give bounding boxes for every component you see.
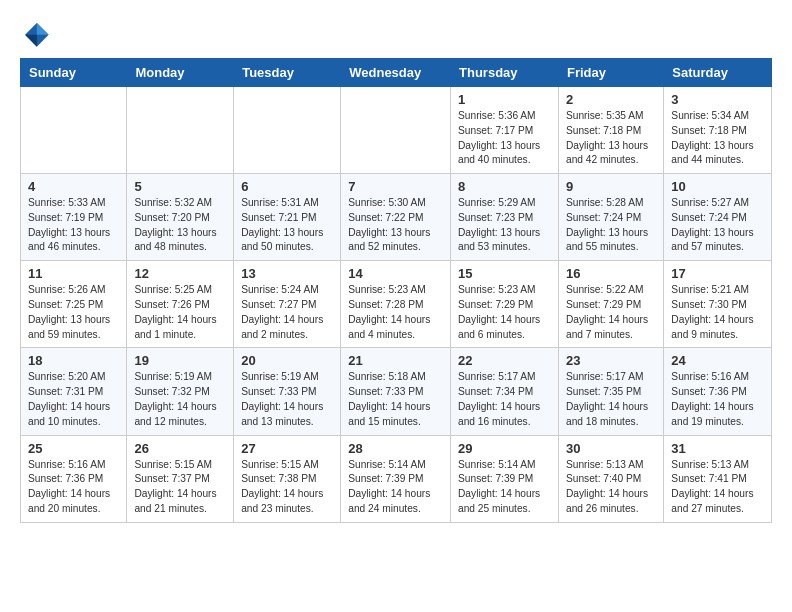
calendar-week-row: 4Sunrise: 5:33 AM Sunset: 7:19 PM Daylig…: [21, 174, 772, 261]
day-info: Sunrise: 5:34 AM Sunset: 7:18 PM Dayligh…: [671, 109, 764, 168]
day-info: Sunrise: 5:13 AM Sunset: 7:40 PM Dayligh…: [566, 458, 656, 517]
day-number: 9: [566, 179, 656, 194]
day-number: 7: [348, 179, 443, 194]
weekday-header-wednesday: Wednesday: [341, 59, 451, 87]
calendar-cell: 2Sunrise: 5:35 AM Sunset: 7:18 PM Daylig…: [558, 87, 663, 174]
day-info: Sunrise: 5:21 AM Sunset: 7:30 PM Dayligh…: [671, 283, 764, 342]
svg-marker-2: [25, 35, 37, 47]
day-info: Sunrise: 5:16 AM Sunset: 7:36 PM Dayligh…: [28, 458, 119, 517]
day-number: 4: [28, 179, 119, 194]
day-info: Sunrise: 5:17 AM Sunset: 7:35 PM Dayligh…: [566, 370, 656, 429]
day-info: Sunrise: 5:27 AM Sunset: 7:24 PM Dayligh…: [671, 196, 764, 255]
day-number: 20: [241, 353, 333, 368]
calendar-cell: 18Sunrise: 5:20 AM Sunset: 7:31 PM Dayli…: [21, 348, 127, 435]
calendar-cell: 15Sunrise: 5:23 AM Sunset: 7:29 PM Dayli…: [451, 261, 559, 348]
day-number: 11: [28, 266, 119, 281]
day-number: 2: [566, 92, 656, 107]
day-info: Sunrise: 5:33 AM Sunset: 7:19 PM Dayligh…: [28, 196, 119, 255]
day-info: Sunrise: 5:29 AM Sunset: 7:23 PM Dayligh…: [458, 196, 551, 255]
day-info: Sunrise: 5:15 AM Sunset: 7:38 PM Dayligh…: [241, 458, 333, 517]
calendar-week-row: 18Sunrise: 5:20 AM Sunset: 7:31 PM Dayli…: [21, 348, 772, 435]
day-number: 24: [671, 353, 764, 368]
calendar-table: SundayMondayTuesdayWednesdayThursdayFrid…: [20, 58, 772, 523]
calendar-cell: 4Sunrise: 5:33 AM Sunset: 7:19 PM Daylig…: [21, 174, 127, 261]
day-info: Sunrise: 5:19 AM Sunset: 7:32 PM Dayligh…: [134, 370, 226, 429]
day-info: Sunrise: 5:14 AM Sunset: 7:39 PM Dayligh…: [348, 458, 443, 517]
day-info: Sunrise: 5:30 AM Sunset: 7:22 PM Dayligh…: [348, 196, 443, 255]
day-number: 26: [134, 441, 226, 456]
day-info: Sunrise: 5:28 AM Sunset: 7:24 PM Dayligh…: [566, 196, 656, 255]
weekday-header-sunday: Sunday: [21, 59, 127, 87]
calendar-cell: [234, 87, 341, 174]
calendar-cell: 1Sunrise: 5:36 AM Sunset: 7:17 PM Daylig…: [451, 87, 559, 174]
calendar-cell: 25Sunrise: 5:16 AM Sunset: 7:36 PM Dayli…: [21, 435, 127, 522]
calendar-cell: 23Sunrise: 5:17 AM Sunset: 7:35 PM Dayli…: [558, 348, 663, 435]
weekday-header-saturday: Saturday: [664, 59, 772, 87]
calendar-cell: 10Sunrise: 5:27 AM Sunset: 7:24 PM Dayli…: [664, 174, 772, 261]
calendar-cell: 3Sunrise: 5:34 AM Sunset: 7:18 PM Daylig…: [664, 87, 772, 174]
calendar-cell: 24Sunrise: 5:16 AM Sunset: 7:36 PM Dayli…: [664, 348, 772, 435]
day-number: 29: [458, 441, 551, 456]
day-info: Sunrise: 5:25 AM Sunset: 7:26 PM Dayligh…: [134, 283, 226, 342]
day-number: 15: [458, 266, 551, 281]
day-info: Sunrise: 5:23 AM Sunset: 7:29 PM Dayligh…: [458, 283, 551, 342]
calendar-cell: 26Sunrise: 5:15 AM Sunset: 7:37 PM Dayli…: [127, 435, 234, 522]
calendar-cell: [341, 87, 451, 174]
day-info: Sunrise: 5:22 AM Sunset: 7:29 PM Dayligh…: [566, 283, 656, 342]
day-number: 3: [671, 92, 764, 107]
weekday-header-tuesday: Tuesday: [234, 59, 341, 87]
day-number: 22: [458, 353, 551, 368]
header: [20, 18, 772, 50]
day-info: Sunrise: 5:17 AM Sunset: 7:34 PM Dayligh…: [458, 370, 551, 429]
logo: [20, 18, 56, 50]
day-info: Sunrise: 5:35 AM Sunset: 7:18 PM Dayligh…: [566, 109, 656, 168]
calendar-week-row: 11Sunrise: 5:26 AM Sunset: 7:25 PM Dayli…: [21, 261, 772, 348]
calendar-cell: 6Sunrise: 5:31 AM Sunset: 7:21 PM Daylig…: [234, 174, 341, 261]
weekday-header-thursday: Thursday: [451, 59, 559, 87]
day-number: 25: [28, 441, 119, 456]
calendar-cell: 5Sunrise: 5:32 AM Sunset: 7:20 PM Daylig…: [127, 174, 234, 261]
day-number: 8: [458, 179, 551, 194]
calendar-cell: 14Sunrise: 5:23 AM Sunset: 7:28 PM Dayli…: [341, 261, 451, 348]
weekday-header-friday: Friday: [558, 59, 663, 87]
day-number: 14: [348, 266, 443, 281]
day-number: 18: [28, 353, 119, 368]
day-info: Sunrise: 5:15 AM Sunset: 7:37 PM Dayligh…: [134, 458, 226, 517]
calendar-cell: 8Sunrise: 5:29 AM Sunset: 7:23 PM Daylig…: [451, 174, 559, 261]
day-info: Sunrise: 5:20 AM Sunset: 7:31 PM Dayligh…: [28, 370, 119, 429]
calendar-cell: [127, 87, 234, 174]
day-number: 5: [134, 179, 226, 194]
calendar-cell: 12Sunrise: 5:25 AM Sunset: 7:26 PM Dayli…: [127, 261, 234, 348]
weekday-header-monday: Monday: [127, 59, 234, 87]
day-number: 28: [348, 441, 443, 456]
day-info: Sunrise: 5:19 AM Sunset: 7:33 PM Dayligh…: [241, 370, 333, 429]
calendar-cell: 28Sunrise: 5:14 AM Sunset: 7:39 PM Dayli…: [341, 435, 451, 522]
day-number: 19: [134, 353, 226, 368]
calendar-cell: 16Sunrise: 5:22 AM Sunset: 7:29 PM Dayli…: [558, 261, 663, 348]
day-number: 17: [671, 266, 764, 281]
calendar-cell: 31Sunrise: 5:13 AM Sunset: 7:41 PM Dayli…: [664, 435, 772, 522]
calendar-cell: 9Sunrise: 5:28 AM Sunset: 7:24 PM Daylig…: [558, 174, 663, 261]
calendar-week-row: 25Sunrise: 5:16 AM Sunset: 7:36 PM Dayli…: [21, 435, 772, 522]
svg-marker-1: [37, 23, 49, 35]
day-number: 12: [134, 266, 226, 281]
weekday-header-row: SundayMondayTuesdayWednesdayThursdayFrid…: [21, 59, 772, 87]
calendar-cell: 21Sunrise: 5:18 AM Sunset: 7:33 PM Dayli…: [341, 348, 451, 435]
day-number: 21: [348, 353, 443, 368]
calendar-cell: 11Sunrise: 5:26 AM Sunset: 7:25 PM Dayli…: [21, 261, 127, 348]
day-number: 13: [241, 266, 333, 281]
day-number: 6: [241, 179, 333, 194]
day-info: Sunrise: 5:32 AM Sunset: 7:20 PM Dayligh…: [134, 196, 226, 255]
calendar-cell: [21, 87, 127, 174]
day-info: Sunrise: 5:18 AM Sunset: 7:33 PM Dayligh…: [348, 370, 443, 429]
calendar-cell: 27Sunrise: 5:15 AM Sunset: 7:38 PM Dayli…: [234, 435, 341, 522]
day-number: 16: [566, 266, 656, 281]
day-info: Sunrise: 5:26 AM Sunset: 7:25 PM Dayligh…: [28, 283, 119, 342]
calendar-week-row: 1Sunrise: 5:36 AM Sunset: 7:17 PM Daylig…: [21, 87, 772, 174]
calendar-cell: 7Sunrise: 5:30 AM Sunset: 7:22 PM Daylig…: [341, 174, 451, 261]
calendar-cell: 17Sunrise: 5:21 AM Sunset: 7:30 PM Dayli…: [664, 261, 772, 348]
day-info: Sunrise: 5:16 AM Sunset: 7:36 PM Dayligh…: [671, 370, 764, 429]
calendar-cell: 19Sunrise: 5:19 AM Sunset: 7:32 PM Dayli…: [127, 348, 234, 435]
logo-icon: [20, 18, 52, 50]
day-number: 23: [566, 353, 656, 368]
